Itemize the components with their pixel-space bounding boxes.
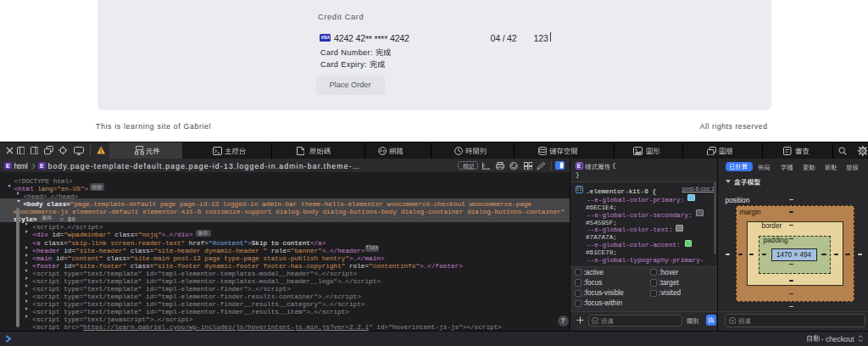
svg-text:VISA: VISA [320, 36, 330, 40]
